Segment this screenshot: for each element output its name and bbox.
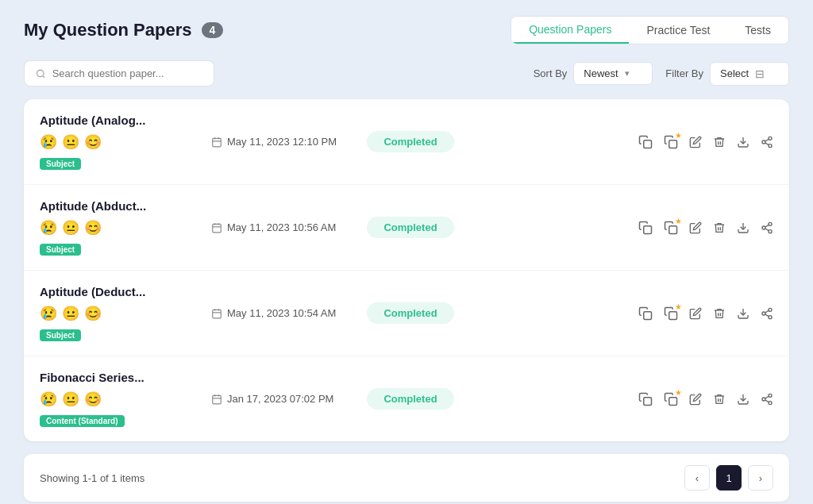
emoji-happy: 😊: [84, 305, 102, 322]
svg-rect-1: [213, 138, 222, 147]
star-badge-icon: ★: [675, 131, 682, 140]
share-button[interactable]: [761, 307, 773, 320]
page-1-button[interactable]: 1: [716, 465, 742, 491]
svg-rect-29: [644, 311, 652, 319]
svg-rect-25: [213, 310, 222, 318]
date-text: Jan 17, 2023 07:02 PM: [227, 393, 333, 405]
svg-point-8: [769, 137, 772, 140]
svg-rect-17: [644, 225, 652, 233]
tab-practice-test[interactable]: Practice Test: [629, 17, 727, 44]
search-input[interactable]: [52, 67, 202, 79]
emoji-neutral: 😐: [62, 391, 79, 408]
emoji-row: 😢 😐 😊: [40, 133, 198, 151]
tabs-nav: Question Papers Practice Test Tests: [511, 16, 789, 44]
delete-button[interactable]: [713, 307, 726, 320]
date-text: May 11, 2023 12:10 PM: [227, 136, 337, 148]
filter-label: Filter By: [665, 67, 703, 79]
copy-button[interactable]: [638, 392, 653, 406]
copy-button[interactable]: [638, 221, 653, 235]
share-button[interactable]: [761, 221, 773, 234]
svg-line-24: [765, 225, 769, 227]
delete-button[interactable]: [713, 393, 726, 406]
download-button[interactable]: [737, 221, 749, 234]
star-badge-icon: ★: [675, 388, 682, 397]
card-info: Fibonacci Series... 😢 😐 😊 Content (Stand…: [40, 371, 198, 427]
card-info: Aptitude (Abduct... 😢 😐 😊 Subject: [40, 199, 198, 256]
emoji-row: 😢 😐 😊: [40, 305, 198, 322]
count-badge: 4: [202, 22, 224, 38]
tab-tests[interactable]: Tests: [727, 17, 788, 44]
tab-question-papers[interactable]: Question Papers: [511, 17, 629, 44]
svg-point-9: [762, 140, 765, 144]
subject-tag: Subject: [40, 329, 81, 341]
download-button[interactable]: [737, 307, 749, 320]
edit-button[interactable]: [689, 136, 702, 148]
svg-point-32: [769, 308, 772, 311]
emoji-sad: 😢: [40, 305, 57, 322]
action-buttons: ★: [638, 135, 773, 149]
sort-select[interactable]: Newest ▾: [573, 62, 653, 85]
svg-point-0: [37, 70, 44, 76]
emoji-neutral: 😐: [62, 219, 79, 237]
download-button[interactable]: [737, 393, 749, 406]
filter-icon: ⊟: [755, 67, 765, 80]
edit-button[interactable]: [689, 307, 702, 320]
svg-rect-30: [669, 311, 677, 319]
svg-point-22: [769, 229, 772, 233]
action-buttons: ★: [638, 221, 773, 235]
copy-star-button[interactable]: ★: [664, 135, 678, 149]
share-button[interactable]: [761, 393, 773, 406]
subject-tag: Subject: [40, 244, 81, 256]
copy-button[interactable]: [638, 306, 653, 321]
svg-rect-18: [669, 225, 677, 233]
card-title: Fibonacci Series...: [40, 371, 198, 384]
copy-star-button[interactable]: ★: [664, 306, 678, 321]
star-badge-icon: ★: [675, 302, 682, 311]
svg-rect-42: [669, 397, 677, 405]
calendar-icon: [211, 308, 222, 319]
card-info: Aptitude (Deduct... 😢 😐 😊 Subject: [40, 285, 198, 341]
download-button[interactable]: [737, 136, 749, 148]
svg-rect-41: [644, 397, 652, 405]
emoji-sad: 😢: [40, 219, 57, 237]
calendar-icon: [211, 222, 222, 233]
copy-star-button[interactable]: ★: [664, 392, 678, 406]
edit-button[interactable]: [689, 393, 702, 406]
share-button[interactable]: [761, 136, 773, 148]
filter-value: Select: [720, 67, 749, 79]
copy-button[interactable]: [638, 135, 653, 149]
emoji-happy: 😊: [84, 133, 102, 151]
card-date: May 11, 2023 12:10 PM: [211, 136, 354, 148]
status-badge: Completed: [367, 388, 454, 410]
edit-button[interactable]: [689, 221, 702, 234]
sort-label: Sort By: [534, 67, 568, 79]
delete-button[interactable]: [713, 221, 726, 234]
emoji-happy: 😊: [84, 219, 102, 237]
svg-rect-37: [213, 395, 222, 404]
sort-arrow-icon: ▾: [625, 68, 630, 79]
prev-page-button[interactable]: ‹: [684, 465, 710, 491]
table-row: Aptitude (Analog... 😢 😐 😊 Subject May 11…: [24, 99, 789, 185]
emoji-neutral: 😐: [62, 305, 79, 322]
card-date: May 11, 2023 10:56 AM: [211, 221, 354, 233]
copy-star-button[interactable]: ★: [664, 221, 678, 235]
emoji-happy: 😊: [84, 391, 102, 408]
card-title: Aptitude (Abduct...: [40, 199, 198, 213]
filter-select[interactable]: Select ⊟: [710, 62, 789, 86]
svg-rect-6: [669, 140, 677, 148]
svg-line-11: [765, 143, 769, 145]
card-info: Aptitude (Analog... 😢 😐 😊 Subject: [40, 113, 198, 170]
delete-button[interactable]: [713, 136, 726, 148]
svg-line-12: [765, 139, 769, 141]
page-title: My Question Papers: [24, 20, 192, 40]
card-title: Aptitude (Deduct...: [40, 285, 198, 298]
table-row: Aptitude (Abduct... 😢 😐 😊 Subject May 11…: [24, 185, 789, 271]
svg-point-33: [762, 312, 765, 315]
subject-tag: Subject: [40, 158, 81, 170]
search-box: [24, 60, 214, 87]
table-row: Fibonacci Series... 😢 😐 😊 Content (Stand…: [24, 356, 789, 441]
next-page-button[interactable]: ›: [748, 465, 773, 491]
svg-point-46: [769, 401, 772, 404]
svg-point-10: [769, 144, 772, 147]
emoji-row: 😢 😐 😊: [40, 219, 198, 237]
